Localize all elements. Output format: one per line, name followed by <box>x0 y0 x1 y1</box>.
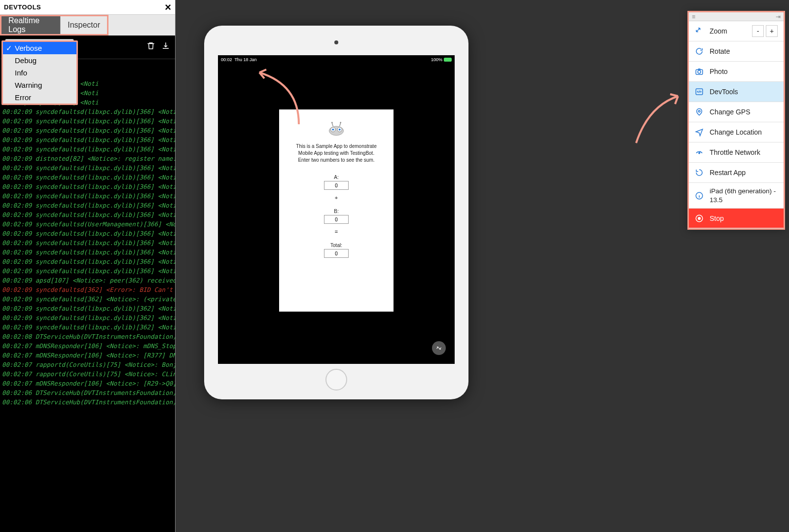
app-description: This is a Sample App to demonstrate Mobi… <box>296 143 376 164</box>
info-icon <box>695 191 704 200</box>
log-line: 00:02:07 mDNSResponder[106] <Notice>: [R… <box>2 351 173 360</box>
zoom-row: Zoom - + <box>689 21 784 41</box>
svg-point-12 <box>698 110 700 112</box>
equals-sign: = <box>335 229 338 235</box>
grip-icon: ≡ <box>692 13 695 20</box>
tabbar: Realtime Logs Inspector <box>0 15 175 35</box>
log-line: 00:02:09 syncdefaultsd(libxpc.dylib)[366… <box>2 126 173 135</box>
log-output[interactable]: d(libxpc.dylib)[366] <Notid(libxpc.dylib… <box>0 78 175 532</box>
sample-app: This is a Sample App to demonstrate Mobi… <box>279 109 394 312</box>
change-location-button[interactable]: Change Location <box>689 122 784 142</box>
zoom-in-button[interactable]: + <box>766 25 778 37</box>
svg-point-3 <box>332 129 334 131</box>
devtools-icon <box>695 87 704 96</box>
trash-icon[interactable] <box>146 41 155 53</box>
log-line: 00:02:09 syncdefaultsd[362] <Error>: BID… <box>2 285 173 294</box>
log-line: 00:02:09 syncdefaultsd(libxpc.dylib)[366… <box>2 266 173 276</box>
level-warning[interactable]: Warning <box>3 79 76 91</box>
log-line: 00:02:09 syncdefaultsd(libxpc.dylib)[366… <box>2 248 173 257</box>
device-info: iPad (6th generation) - 13.5 <box>689 183 784 209</box>
devtools-header: DEVTOOLS × <box>0 0 175 15</box>
log-line: 00:02:09 distnoted[82] <Notice>: registe… <box>2 154 173 163</box>
log-line: 00:02:09 syncdefaultsd(libxpc.dylib)[362… <box>2 322 173 332</box>
log-line: 00:02:09 syncdefaultsd(libxpc.dylib)[366… <box>2 107 173 116</box>
ipad-screen[interactable]: 00:02 Thu 18 Jan 100% This is a Sample A… <box>218 55 455 364</box>
log-level-dropdown[interactable]: Verbose Debug Info Warning Error <box>1 40 78 105</box>
label-b: B: <box>334 209 338 214</box>
log-line: 00:02:09 apsd[107] <Notice>: peer(362) r… <box>2 276 173 285</box>
label-total: Total: <box>330 243 342 248</box>
svg-point-7 <box>331 122 333 123</box>
log-line: 00:02:09 syncdefaultsd(libxpc.dylib)[366… <box>2 191 173 201</box>
log-line: 00:02:09 syncdefaultsd(libxpc.dylib)[366… <box>2 182 173 191</box>
zoom-label: Zoom <box>710 27 727 35</box>
svg-point-4 <box>339 129 341 131</box>
devtools-title: DEVTOOLS <box>4 3 41 11</box>
log-line: 00:02:07 mDNSResponder[106] <Notice>: [R… <box>2 379 173 388</box>
rotate-icon <box>695 47 704 56</box>
close-icon[interactable]: × <box>165 1 171 14</box>
log-line: 00:02:09 syncdefaultsd(libxpc.dylib)[366… <box>2 210 173 219</box>
level-verbose[interactable]: Verbose <box>3 42 76 54</box>
location-icon <box>695 128 704 137</box>
input-b[interactable] <box>324 215 349 224</box>
status-date: Thu 18 Jan <box>234 57 256 62</box>
log-line: 00:02:09 syncdefaultsd(libxpc.dylib)[366… <box>2 144 173 154</box>
log-line: 00:02:09 syncdefaultsd(UserManagement)[3… <box>2 219 173 229</box>
log-line: 00:02:09 syncdefaultsd(libxpc.dylib)[366… <box>2 229 173 238</box>
zoom-icon <box>695 27 704 35</box>
tab-inspector[interactable]: Inspector <box>60 16 107 34</box>
log-line: 00:02:09 syncdefaultsd(libxpc.dylib)[366… <box>2 257 173 266</box>
log-line: 00:02:09 syncdefaultsd(libxpc.dylib)[362… <box>2 313 173 322</box>
tab-realtime-logs[interactable]: Realtime Logs <box>1 16 60 34</box>
annotation-arrow-right <box>629 91 683 145</box>
status-time: 00:02 <box>221 57 232 62</box>
battery-percent: 100% <box>431 57 442 62</box>
photo-button[interactable]: Photo <box>689 62 784 82</box>
input-a[interactable] <box>324 181 349 190</box>
label-a: A: <box>334 175 338 180</box>
svg-point-13 <box>699 152 700 153</box>
level-error[interactable]: Error <box>3 91 76 104</box>
robot-icon <box>326 120 346 136</box>
gps-icon <box>695 107 704 116</box>
restart-app-button[interactable]: Restart App <box>689 163 784 183</box>
control-panel: ≡ ⇥ Zoom - + Rotate Photo DevTools <box>687 11 785 230</box>
device-preview: 00:02 Thu 18 Jan 100% This is a Sample A… <box>176 0 789 532</box>
log-line: 00:02:09 syncdefaultsd[362] <Notice>: (<… <box>2 294 173 304</box>
collapse-icon[interactable]: ⇥ <box>776 13 781 20</box>
svg-point-10 <box>698 71 701 73</box>
change-gps-button[interactable]: Change GPS <box>689 102 784 122</box>
rotate-button[interactable]: Rotate <box>689 41 784 62</box>
input-total[interactable] <box>324 249 349 258</box>
devtools-button[interactable]: DevTools <box>689 82 784 102</box>
level-debug[interactable]: Debug <box>3 54 76 67</box>
stop-icon <box>695 214 704 223</box>
log-line: 00:02:06 DTServiceHub(DVTInstrumentsFoun… <box>2 388 173 397</box>
log-line: 00:02:06 DTServiceHub(DVTInstrumentsFoun… <box>2 397 173 407</box>
stop-button[interactable]: Stop <box>689 209 784 228</box>
throttle-icon <box>695 148 704 157</box>
ipad-frame: 00:02 Thu 18 Jan 100% This is a Sample A… <box>204 26 468 399</box>
log-line: 00:02:09 syncdefaultsd(libxpc.dylib)[366… <box>2 163 173 173</box>
log-line: 00:02:07 rapportd(CoreUtils)[75] <Notice… <box>2 369 173 379</box>
panel-grip[interactable]: ≡ ⇥ <box>689 12 784 21</box>
log-line: 00:02:07 mDNSResponder[106] <Notice>: mD… <box>2 341 173 351</box>
restart-icon <box>695 168 704 177</box>
camera-icon <box>695 67 704 76</box>
ipad-home-button[interactable] <box>325 369 347 390</box>
fullscreen-icon[interactable] <box>432 341 446 355</box>
level-info[interactable]: Info <box>3 67 76 79</box>
log-line: 00:02:09 syncdefaultsd(libxpc.dylib)[366… <box>2 201 173 210</box>
log-line: 00:02:09 syncdefaultsd(libxpc.dylib)[366… <box>2 135 173 144</box>
svg-line-6 <box>340 123 341 126</box>
download-icon[interactable] <box>161 41 170 53</box>
ipad-camera <box>334 40 338 44</box>
svg-point-8 <box>340 122 341 123</box>
log-line: 00:02:08 DTServiceHub(DVTInstrumentsFoun… <box>2 332 173 341</box>
zoom-out-button[interactable]: - <box>752 25 764 37</box>
svg-line-5 <box>332 123 333 126</box>
log-line: 00:02:07 rapportd(CoreUtils)[75] <Notice… <box>2 360 173 369</box>
log-line: 00:02:09 syncdefaultsd(libxpc.dylib)[366… <box>2 173 173 182</box>
throttle-network-button[interactable]: Throttle Network <box>689 142 784 163</box>
